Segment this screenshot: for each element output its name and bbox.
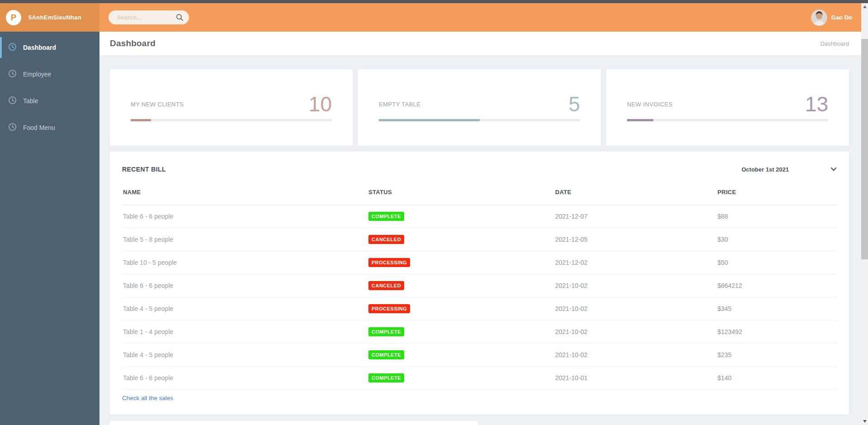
stat-value: 5 bbox=[568, 94, 580, 115]
bill-name: Table 6 - 6 people bbox=[123, 282, 368, 289]
status-badge: PROCESSING bbox=[368, 304, 410, 313]
sidebar-item-label: Table bbox=[23, 97, 38, 105]
sidebar-nav: Dashboard Employee Table Food Menu bbox=[0, 32, 99, 425]
logo-letter: P bbox=[11, 13, 17, 23]
page-scrollbar[interactable] bbox=[861, 3, 868, 425]
table-row[interactable]: Table 6 - 6 people CANCELED 2021-10-02 $… bbox=[122, 274, 837, 297]
sidebar-item-employee[interactable]: Employee bbox=[0, 64, 99, 85]
scroll-up-arrow-icon[interactable] bbox=[861, 3, 868, 10]
page-title: Dashboard bbox=[110, 38, 156, 48]
app-header: P 5AnhEmSieuNhan bbox=[0, 3, 861, 32]
search-box bbox=[108, 10, 189, 24]
col-header-status: STATUS bbox=[368, 189, 555, 196]
clock-icon bbox=[8, 123, 17, 133]
window-top-strip bbox=[0, 0, 868, 3]
bill-name: Table 6 - 6 people bbox=[123, 374, 368, 382]
bill-price: $140 bbox=[717, 374, 837, 382]
check-all-sales-link[interactable]: Check all the sales bbox=[122, 395, 173, 401]
status-badge: CANCELED bbox=[368, 281, 404, 290]
bill-price: $864212 bbox=[717, 282, 837, 289]
bill-date: 2021-10-02 bbox=[555, 282, 717, 289]
bill-table-header: NAME STATUS DATE PRICE bbox=[122, 180, 837, 205]
status-badge: COMPLETE bbox=[368, 350, 404, 359]
date-filter-dropdown[interactable]: October 1st 2021 bbox=[741, 165, 837, 173]
bill-price: $235 bbox=[717, 351, 837, 358]
topbar: Gao Do bbox=[99, 3, 861, 32]
chevron-down-icon bbox=[830, 165, 837, 173]
stat-card-top: EMPTY TABLE 5 bbox=[379, 94, 580, 115]
main-area: Dashboard Dashboard MY NEW CLIENTS 10 EM… bbox=[99, 32, 861, 425]
recent-bill-panel: RECENT BILL October 1st 2021 NAME STATUS… bbox=[110, 152, 849, 415]
col-header-date: DATE bbox=[555, 189, 717, 196]
bill-date: 2021-10-02 bbox=[555, 305, 717, 312]
col-header-name: NAME bbox=[123, 189, 368, 196]
clock-icon bbox=[8, 96, 17, 106]
stat-progress-fill bbox=[131, 119, 151, 121]
sidebar-item-label: Food Menu bbox=[23, 124, 55, 131]
bill-table: NAME STATUS DATE PRICE Table 6 - 6 peopl… bbox=[122, 180, 837, 390]
col-header-price: PRICE bbox=[717, 189, 837, 196]
bill-date: 2021-10-02 bbox=[555, 328, 717, 335]
table-row[interactable]: Table 4 - 5 people COMPLETE 2021-10-02 $… bbox=[122, 344, 837, 367]
bill-name: Table 10 - 5 people bbox=[123, 259, 368, 266]
clock-icon bbox=[8, 43, 17, 53]
bill-name: Table 4 - 5 people bbox=[123, 351, 368, 358]
bill-date: 2021-10-02 bbox=[555, 351, 717, 358]
sidebar-item-label: Employee bbox=[23, 71, 51, 78]
sidebar-item-dashboard[interactable]: Dashboard bbox=[0, 37, 99, 58]
stat-progress-track bbox=[131, 119, 332, 121]
bill-date: 2021-12-07 bbox=[555, 213, 717, 220]
stat-label: EMPTY TABLE bbox=[379, 101, 421, 108]
status-badge: CANCELED bbox=[368, 235, 404, 244]
stat-value: 10 bbox=[309, 94, 332, 115]
stat-label: MY NEW CLIENTS bbox=[131, 101, 184, 108]
bill-date: 2021-10-01 bbox=[555, 374, 717, 382]
bill-price: $30 bbox=[717, 236, 837, 243]
brand-block[interactable]: P 5AnhEmSieuNhan bbox=[0, 3, 99, 32]
bill-price: $345 bbox=[717, 305, 837, 312]
stat-card: MY NEW CLIENTS 10 bbox=[110, 69, 353, 146]
bill-name: Table 1 - 4 people bbox=[123, 328, 368, 335]
bill-name: Table 6 - 6 people bbox=[123, 213, 368, 220]
stat-card: EMPTY TABLE 5 bbox=[358, 69, 601, 146]
table-row[interactable]: Table 6 - 6 people COMPLETE 2021-10-01 $… bbox=[122, 367, 837, 390]
brand-name: 5AnhEmSieuNhan bbox=[28, 14, 81, 21]
user-menu[interactable]: Gao Do bbox=[811, 10, 852, 26]
table-row[interactable]: Table 6 - 6 people COMPLETE 2021-12-07 $… bbox=[122, 205, 837, 228]
status-badge: COMPLETE bbox=[368, 327, 404, 336]
bill-table-body: Table 6 - 6 people COMPLETE 2021-12-07 $… bbox=[122, 205, 837, 390]
stat-card: NEW INVOICES 13 bbox=[606, 69, 849, 146]
stat-progress-fill bbox=[379, 119, 480, 121]
status-badge: PROCESSING bbox=[368, 258, 410, 267]
avatar bbox=[811, 10, 827, 26]
table-row[interactable]: Table 10 - 5 people PROCESSING 2021-12-0… bbox=[122, 251, 837, 274]
stat-progress-fill bbox=[627, 119, 653, 121]
sidebar-item-food-menu[interactable]: Food Menu bbox=[0, 117, 99, 138]
recent-bill-title: RECENT BILL bbox=[122, 166, 166, 173]
stat-card-top: MY NEW CLIENTS 10 bbox=[131, 94, 332, 115]
page-header: Dashboard Dashboard bbox=[99, 32, 861, 55]
stat-progress-track bbox=[627, 119, 828, 121]
table-row[interactable]: Table 1 - 4 people COMPLETE 2021-10-02 $… bbox=[122, 320, 837, 344]
date-filter-value: October 1st 2021 bbox=[741, 166, 789, 173]
breadcrumb[interactable]: Dashboard bbox=[820, 40, 849, 47]
bill-price: $123492 bbox=[717, 328, 837, 335]
table-row[interactable]: Table 5 - 8 people CANCELED 2021-12-05 $… bbox=[122, 228, 837, 251]
status-badge: COMPLETE bbox=[368, 373, 404, 382]
bill-date: 2021-12-02 bbox=[555, 259, 717, 266]
search-icon[interactable] bbox=[176, 14, 184, 23]
clock-icon bbox=[8, 69, 17, 80]
scrollbar-thumb[interactable] bbox=[861, 39, 868, 259]
bill-name: Table 5 - 8 people bbox=[123, 236, 368, 243]
stat-label: NEW INVOICES bbox=[627, 101, 673, 108]
sidebar-item-table[interactable]: Table bbox=[0, 91, 99, 111]
sidebar-item-label: Dashboard bbox=[23, 44, 56, 51]
user-name: Gao Do bbox=[831, 14, 852, 21]
stat-value: 13 bbox=[805, 94, 828, 115]
bill-price: $50 bbox=[717, 259, 837, 266]
scroll-down-arrow-icon[interactable] bbox=[861, 418, 868, 425]
app-logo: P bbox=[6, 10, 21, 25]
bill-date: 2021-12-05 bbox=[555, 236, 717, 243]
table-row[interactable]: Table 4 - 5 people PROCESSING 2021-10-02… bbox=[122, 297, 837, 320]
stat-progress-track bbox=[379, 119, 580, 121]
